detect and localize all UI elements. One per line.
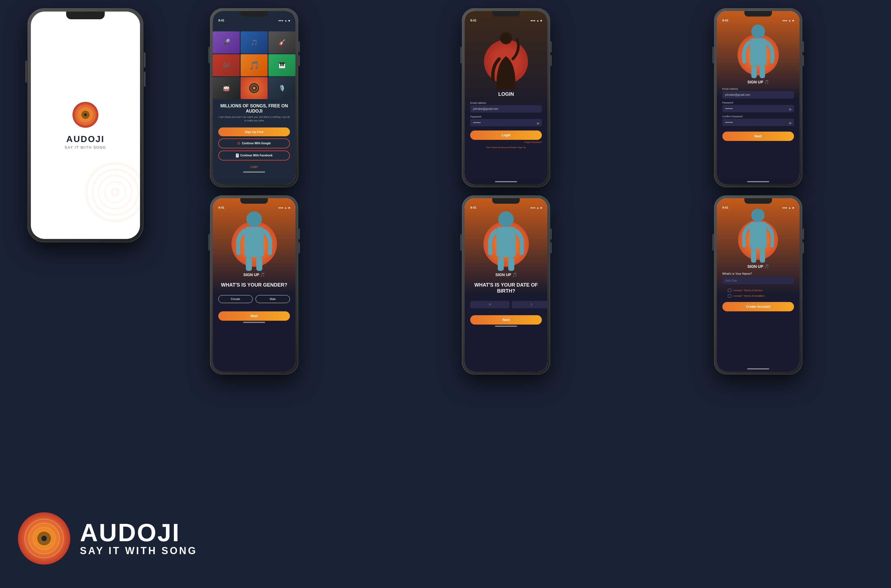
home-indicator [495,326,517,327]
status-icons: ●●● ▲ ■ [783,206,794,209]
dob-screen: 9:41 ●●● ▲ ■ [465,198,547,372]
name-input[interactable] [722,277,794,284]
terms-condition-checkbox[interactable] [728,294,731,298]
status-icons: ●●● ▲ ■ [530,206,542,209]
status-time: 9:41 [470,19,476,22]
no-account-link[interactable]: Don't Have An Account Please? Sign Up [470,144,542,150]
forgot-password-link[interactable]: Forgot Password? [470,140,542,144]
phone-signup-name: 9:41 ●●● ▲ ■ [714,195,802,374]
svg-point-5 [41,536,47,541]
hero-figure [488,210,524,271]
svg-rect-24 [760,66,765,78]
facebook-button[interactable]: f Continue With Facebook [218,151,290,160]
gender-question: WHAT'S IS YOUR GENDER? [213,278,295,292]
vol-up [802,228,804,240]
next-button[interactable]: Next [470,315,542,324]
vol-dn [550,55,552,66]
notch [492,11,520,16]
notch [744,198,772,204]
password-field: 👁 [470,119,542,129]
brand-text-section: AUDOJI SAY IT WITH SONG [80,520,197,556]
hero-area [717,23,799,78]
password-input[interactable] [722,105,794,112]
photo-7: 🥁 [213,77,240,99]
gender-screen: 9:41 ●●● ▲ ■ [213,198,295,372]
hero-figure [742,23,775,78]
splash-brand-name: AUDOJI [66,134,105,144]
terms-condition-link[interactable]: Terms of Condition [744,294,765,297]
splash-logo-icon [72,101,99,129]
google-icon: G [238,141,240,146]
status-icons: ●●● ▲ ■ [278,206,290,209]
eye-icon[interactable]: 👁 [537,122,540,125]
hero-figure [236,210,272,271]
signup-emoji: 🎵 [764,80,769,84]
password-input[interactable] [470,119,542,126]
name-question: What's is Your Name? [722,272,794,275]
email-input[interactable] [470,105,542,112]
name-form: What's is Your Name? I Accept * Terms of… [717,270,799,367]
confirm-input[interactable] [722,118,794,126]
terms-service-checkbox[interactable] [728,289,731,292]
photo-9: 🎙️ [268,77,295,99]
google-button[interactable]: G Continue With Google [218,138,290,148]
home-indicator [747,181,769,182]
svg-rect-26 [244,227,264,257]
password-field: 👁 [722,105,794,115]
signup-title: SIGN UP 🎵 [465,271,547,278]
photo-3: 🎸 [268,32,295,53]
signup-free-button[interactable]: Sign Up Free [218,128,290,136]
day-input[interactable] [512,301,547,308]
login-link[interactable]: Login [213,163,295,170]
terms-condition-label: I Accept * Terms of Condition [733,294,765,297]
email-input[interactable] [722,91,794,99]
svg-point-21 [751,24,765,38]
eye-confirm-icon[interactable]: 👁 [789,122,792,125]
notch [240,198,268,204]
pwr [460,47,462,63]
svg-point-16 [84,113,87,116]
facebook-label: Continue With Facebook [240,154,272,157]
photo-4: 🎶 [213,54,240,76]
svg-point-19 [253,87,256,90]
pwr [712,47,714,63]
next-button-area: Next [213,306,295,321]
svg-point-11 [113,190,117,194]
svg-rect-36 [760,249,765,262]
welcome-buttons: Sign Up Free G Continue With Google f Co… [213,125,295,163]
photo-grid: 🎤 🎵 🎸 🎶 🎵 [213,32,295,99]
pwr [208,47,210,63]
female-button[interactable]: Female [218,295,253,303]
notch [240,11,268,16]
svg-rect-35 [751,249,756,262]
welcome-subtitle: I can chase you and I can catch you, but… [218,116,290,122]
signup-form: Email Address Password 👁 Confirm Passwor… [717,86,799,180]
vol-up [550,228,552,240]
home-indicator [747,368,769,369]
create-account-button[interactable]: Create Account [722,302,794,311]
brand-logo-large [17,511,72,566]
male-button[interactable]: Male [256,295,290,303]
photo-1: 🎤 [213,32,240,53]
gender-buttons: Female Male [213,292,295,306]
next-button[interactable]: Next [218,311,290,321]
month-input[interactable] [470,301,510,308]
status-icons: ●●● ▲ ■ [278,19,290,22]
splash-screen: AUDOJI SAY IT WITH SONG [31,12,140,239]
splash-tagline: SAY IT WITH SONG [65,146,106,150]
google-label: Continue With Google [242,142,271,145]
vol-dn [298,242,300,253]
phone-notch [66,12,105,19]
next-button[interactable]: Next [722,132,794,141]
svg-point-33 [751,208,765,222]
photo-5: 🎵 [241,54,268,76]
password-label: Password [722,101,794,104]
welcome-screen: 9:41 ●●● ▲ ■ 🎤 🎵 [213,11,295,184]
phones-grid: 9:41 ●●● ▲ ■ 🎤 🎵 [127,8,885,374]
terms-service-link[interactable]: Terms of Service [744,289,762,292]
signup-title: SIGN UP 🎵 [213,271,295,278]
login-screen: 9:41 ●●● ▲ ■ [465,11,547,184]
eye-icon[interactable]: 👁 [789,108,792,111]
login-button[interactable]: Login [470,130,542,140]
brand-name: AUDOJI [80,520,197,545]
